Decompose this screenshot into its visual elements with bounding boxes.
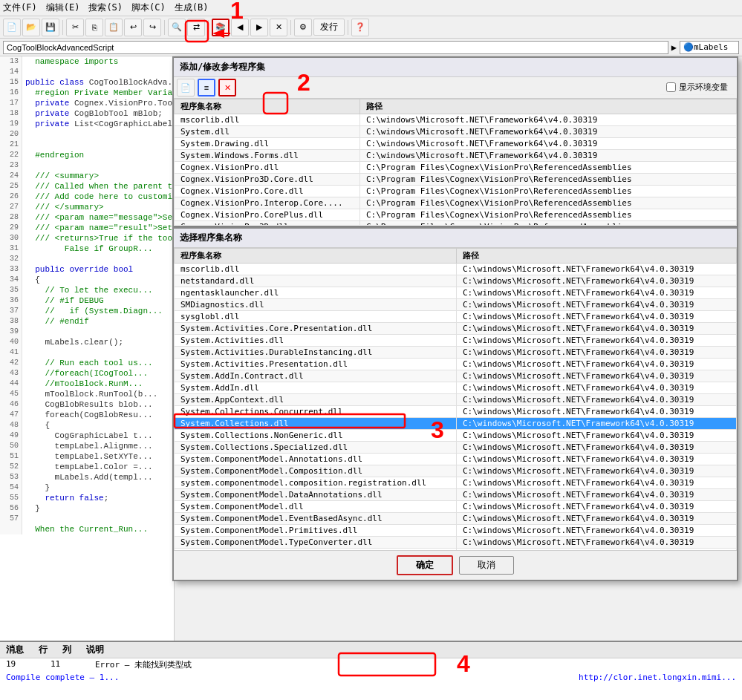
- assembly-table-row[interactable]: System.Activities.DurableInstancing.dllC…: [175, 347, 737, 359]
- menu-file[interactable]: 文件(F): [3, 1, 37, 14]
- dialog-top-titlebar: 添加/修改参考程序集: [174, 58, 737, 77]
- open-button[interactable]: 📂: [22, 19, 40, 36]
- ref-table-row[interactable]: Cognex.VisionPro3D.Core.dllC:\Program Fi…: [175, 174, 737, 186]
- sep4: [290, 20, 291, 35]
- assembly-table-row[interactable]: System.Collections.Specialized.dllC:\win…: [175, 442, 737, 454]
- code-line-53: 53 mLabels.Add(templ...: [0, 472, 174, 483]
- assembly-table-row[interactable]: mscorlib.dllC:\windows\Microsoft.NET\Fra…: [175, 264, 737, 275]
- assembly-path: C:\windows\Microsoft.NET\Framework64\v4.…: [457, 406, 737, 418]
- ref-table-row[interactable]: Cognex.VisionPro.Interop.Core....C:\Prog…: [175, 197, 737, 209]
- assembly-table-row[interactable]: System.AddIn.dllC:\windows\Microsoft.NET…: [175, 382, 737, 394]
- assembly-table-row[interactable]: System.Collections.NonGeneric.dllC:\wind…: [175, 430, 737, 442]
- delete-button[interactable]: ✕: [270, 19, 287, 36]
- assembly-table-row[interactable]: System.ComponentModel.Annotations.dllC:\…: [175, 454, 737, 465]
- assembly-table-row[interactable]: System.ComponentModel.Primitives.dllC:\w…: [175, 525, 737, 537]
- code-line-57: 57: [0, 514, 174, 524]
- undo-button[interactable]: ↩: [124, 19, 142, 36]
- assembly-table-row[interactable]: System.AppContext.dllC:\windows\Microsof…: [175, 394, 737, 406]
- ref-table-row[interactable]: Cognex.VisionPro3D.dllC:\Program Files\C…: [175, 221, 737, 226]
- replace-button[interactable]: ⇄: [187, 19, 205, 36]
- ref-table-row[interactable]: Cognex.VisionPro.dllC:\Program Files\Cog…: [175, 162, 737, 174]
- assembly-name: System.Activities.Presentation.dll: [175, 359, 457, 370]
- assembly-table-row[interactable]: System.Collections.dllC:\windows\Microso…: [175, 418, 737, 430]
- code-line-25: 25 /// Called when the parent t...: [0, 181, 174, 192]
- assembly-path: C:\windows\Microsoft.NET\Framework64\v4.…: [457, 418, 737, 430]
- assembly-path: C:\windows\Microsoft.NET\Framework64\v4.…: [457, 489, 737, 501]
- ref-path: C:\Program Files\Cognex\VisionPro\Refere…: [360, 174, 737, 186]
- assembly-table-row[interactable]: System.Activities.dllC:\windows\Microsof…: [175, 335, 737, 347]
- ref-table-row[interactable]: System.dllC:\windows\Microsoft.NET\Frame…: [175, 126, 737, 138]
- arrow-right-button[interactable]: ▶: [250, 19, 268, 36]
- statusbar-title: 消息: [6, 644, 24, 656]
- confirm-button[interactable]: 确定: [397, 555, 453, 575]
- code-line-48: 48 {: [0, 420, 174, 431]
- assembly-path: C:\windows\Microsoft.NET\Framework64\v4.…: [457, 264, 737, 275]
- redo-button[interactable]: ↪: [143, 19, 161, 36]
- code-line-51: 51 tempLabel.SetXYTe...: [0, 451, 174, 462]
- assembly-table-row[interactable]: System.ComponentModel.EventBasedAsync.dl…: [175, 513, 737, 525]
- assembly-name: System.ComponentModel.EventBasedAsync.dl…: [175, 513, 457, 525]
- assembly-path: C:\windows\Microsoft.NET\Framework64\v4.…: [457, 525, 737, 537]
- assembly-table-row[interactable]: system.componentmodel.composition.regist…: [175, 477, 737, 489]
- ref-table-row[interactable]: mscorlib.dllC:\windows\Microsoft.NET\Fra…: [175, 114, 737, 126]
- code-line-54: 54 }: [0, 483, 174, 493]
- find-button[interactable]: 🔍: [168, 19, 186, 36]
- assembly-table-row[interactable]: System.Collections.Concurrent.dllC:\wind…: [175, 406, 737, 418]
- code-line-29: 29 /// <param name="result">Set...: [0, 223, 174, 233]
- assembly-name: System.Activities.Core.Presentation.dll: [175, 323, 457, 335]
- ref-table-row[interactable]: Cognex.VisionPro.CorePlus.dllC:\Program …: [175, 209, 737, 221]
- paste-button[interactable]: 📋: [105, 19, 123, 36]
- code-editor[interactable]: 13 namespace imports 14 15 public class …: [0, 56, 175, 641]
- statusbar-compile: Compile complete — 1...: [6, 673, 119, 682]
- ref-table-row[interactable]: System.Drawing.dllC:\windows\Microsoft.N…: [175, 138, 737, 150]
- code-line-46: 46 CogBlobResults blob...: [0, 399, 174, 410]
- menu-edit[interactable]: 编辑(E): [46, 1, 80, 14]
- sep1: [62, 20, 63, 35]
- assembly-name: System.ComponentModel.dll: [175, 501, 457, 513]
- cut-button[interactable]: ✂: [66, 19, 84, 36]
- assembly-table-row[interactable]: System.ComponentModel.TypeConverter.dllC…: [175, 537, 737, 549]
- menu-script[interactable]: 脚本(C): [131, 1, 166, 14]
- show-env-checkbox[interactable]: [666, 82, 676, 92]
- assembly-table-row[interactable]: System.ComponentModel.Composition.dllC:\…: [175, 465, 737, 477]
- assembly-table-row[interactable]: System.Activities.Core.Presentation.dllC…: [175, 323, 737, 335]
- status-col-num: 11: [51, 659, 95, 670]
- assembly-table-row[interactable]: netstandard.dllC:\windows\Microsoft.NET\…: [175, 275, 737, 287]
- save-button[interactable]: 💾: [42, 19, 59, 36]
- help-button[interactable]: ❓: [351, 19, 369, 36]
- dialog-delete-btn[interactable]: ✕: [218, 79, 236, 97]
- format-button[interactable]: ⚙: [294, 19, 312, 36]
- assembly-table-row[interactable]: ngentasklauncher.dllC:\windows\Microsoft…: [175, 287, 737, 299]
- assembly-table-row[interactable]: SMDiagnostics.dllC:\windows\Microsoft.NE…: [175, 299, 737, 311]
- assembly-table-row[interactable]: System.Activities.Presentation.dllC:\win…: [175, 359, 737, 370]
- code-line-24: 24 /// <summary>: [0, 171, 174, 181]
- ref-path: C:\windows\Microsoft.NET\Framework64\v4.…: [360, 138, 737, 150]
- assembly-table-row[interactable]: System.ComponentModel.DataAnnotations.dl…: [175, 489, 737, 501]
- copy-button[interactable]: ⎘: [85, 19, 103, 36]
- code-line-31: 31 False if GroupR...: [0, 243, 174, 254]
- assembly-name: System.ComponentModel.Annotations.dll: [175, 454, 457, 465]
- dialog-add-btn[interactable]: 📄: [177, 79, 195, 97]
- assembly-col-name: 程序集名称: [175, 249, 457, 264]
- menu-generate[interactable]: 生成(B): [175, 1, 209, 14]
- new-button[interactable]: 📄: [3, 19, 21, 36]
- assembly-table-row[interactable]: System.ComponentModel.dllC:\windows\Micr…: [175, 501, 737, 513]
- assembly-name: sysglobl.dll: [175, 311, 457, 323]
- assembly-name: System.AddIn.dll: [175, 382, 457, 394]
- cancel-button[interactable]: 取消: [459, 556, 514, 575]
- ref-table-row[interactable]: Cognex.VisionPro.Core.dllC:\Program File…: [175, 186, 737, 197]
- script-path-input[interactable]: [3, 41, 668, 54]
- arrow-left-button[interactable]: ◀: [231, 19, 249, 36]
- code-line-55: 55 return false;: [0, 493, 174, 503]
- assembly-table[interactable]: 程序集名称 路径 mscorlib.dllC:\windows\Microsof…: [174, 248, 737, 550]
- ref-table-row[interactable]: System.Windows.Forms.dllC:\windows\Micro…: [175, 150, 737, 162]
- run-button[interactable]: 发行: [313, 19, 345, 36]
- menu-search[interactable]: 搜索(S): [88, 1, 123, 14]
- assembly-table-row[interactable]: System.AddIn.Contract.dllC:\windows\Micr…: [175, 370, 737, 382]
- ref-col-path: 路径: [360, 99, 737, 114]
- dialog-edit-btn[interactable]: ≡: [198, 79, 215, 97]
- assembly-table-row[interactable]: sysglobl.dllC:\windows\Microsoft.NET\Fra…: [175, 311, 737, 323]
- add-reference-button[interactable]: 📚: [212, 19, 230, 36]
- assembly-name: netstandard.dll: [175, 275, 457, 287]
- assembly-name: System.ComponentModel.DataAnnotations.dl…: [175, 489, 457, 501]
